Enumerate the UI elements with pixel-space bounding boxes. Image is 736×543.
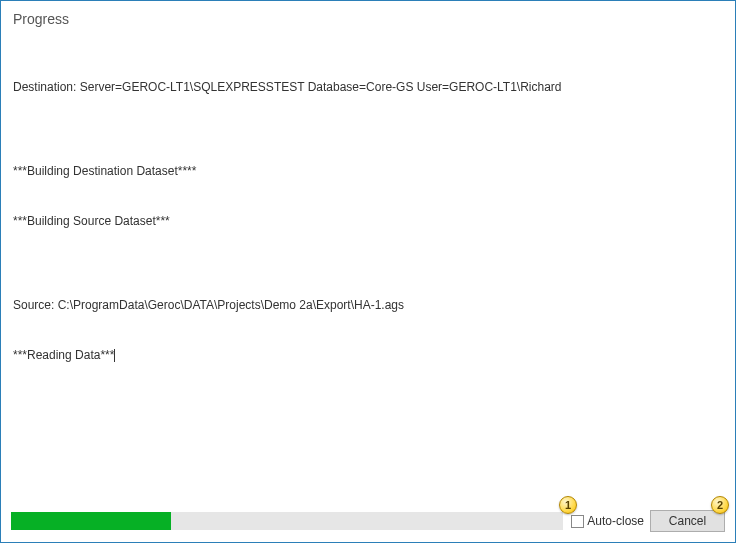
annotation-badge-1: 1 bbox=[559, 496, 577, 514]
text-caret bbox=[114, 349, 115, 362]
log-line: Destination: Server=GEROC-LT1\SQLEXPRESS… bbox=[13, 79, 725, 96]
log-line: ***Building Destination Dataset**** bbox=[13, 163, 725, 180]
dialog-title: Progress bbox=[13, 11, 725, 27]
dialog-footer: 1 2 Auto-close Cancel bbox=[11, 510, 725, 532]
progress-fill bbox=[11, 512, 171, 530]
log-line: Source: C:\ProgramData\Geroc\DATA\Projec… bbox=[13, 297, 725, 314]
log-line: ***Building Source Dataset*** bbox=[13, 213, 725, 230]
auto-close-checkbox[interactable]: Auto-close bbox=[571, 514, 644, 528]
progress-bar bbox=[11, 512, 563, 530]
log-text: ***Reading Data*** bbox=[13, 348, 114, 362]
auto-close-label: Auto-close bbox=[587, 514, 644, 528]
log-line: ***Reading Data*** bbox=[13, 347, 725, 364]
cancel-button[interactable]: Cancel bbox=[650, 510, 725, 532]
annotation-badge-2: 2 bbox=[711, 496, 729, 514]
log-output: Destination: Server=GEROC-LT1\SQLEXPRESS… bbox=[11, 45, 725, 502]
progress-dialog: Progress Destination: Server=GEROC-LT1\S… bbox=[0, 0, 736, 543]
checkbox-box-icon bbox=[571, 515, 584, 528]
